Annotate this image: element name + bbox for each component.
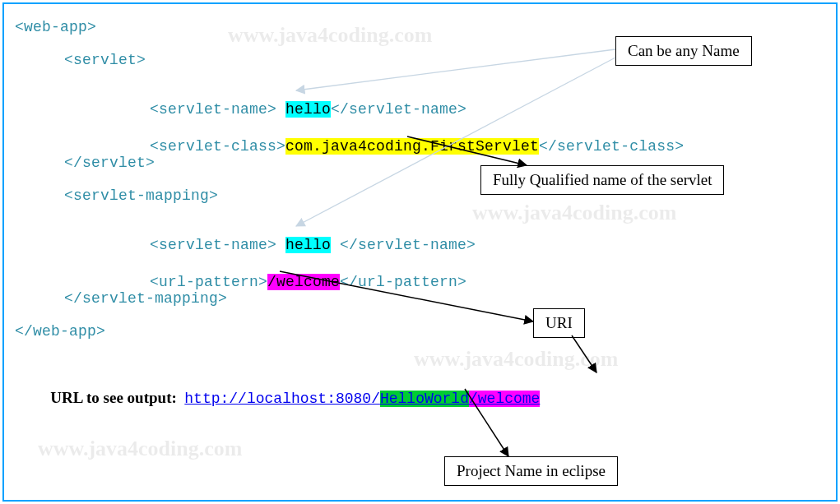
tag-open: <servlet-name> <box>150 237 285 253</box>
code-line: <servlet-mapping> <box>64 187 218 204</box>
tag-close: </url-pattern> <box>340 274 466 290</box>
highlight-servlet-name-1: hello <box>285 101 331 118</box>
tag-close: </servlet-name> <box>331 101 466 118</box>
highlight-servlet-name-2: hello <box>285 237 331 253</box>
url-line: URL to see output: http://localhost:8080… <box>15 372 540 423</box>
tag-close: </servlet-class> <box>539 138 684 155</box>
callout-project-name: Project Name in eclipse <box>444 456 618 486</box>
code-line: <servlet> <box>64 52 146 68</box>
code-line: <servlet-class>com.java4coding.FirstServ… <box>114 122 684 171</box>
tag-close: </servlet-name> <box>331 237 476 253</box>
highlight-project-name: HelloWorld <box>380 391 469 407</box>
callout-uri: URI <box>533 308 585 338</box>
callout-any-name: Can be any Name <box>615 36 752 66</box>
watermark: www.java4coding.com <box>472 201 676 225</box>
code-line: </servlet> <box>64 155 155 171</box>
highlight-url-pattern: /welcome <box>267 274 340 290</box>
tag-open: <url-pattern> <box>150 274 267 290</box>
watermark: www.java4coding.com <box>38 437 242 461</box>
tag-open: <servlet-class> <box>150 138 285 155</box>
watermark: www.java4coding.com <box>228 23 432 48</box>
tag-open: <servlet-name> <box>150 101 285 118</box>
code-line: <web-app> <box>15 19 96 35</box>
url-label: URL to see output: <box>50 389 184 406</box>
highlight-servlet-class: com.java4coding.FirstServlet <box>285 138 539 155</box>
diagram-canvas: www.java4coding.com www.java4coding.com … <box>0 0 840 504</box>
code-line: </servlet-mapping> <box>64 290 227 307</box>
callout-fqn: Fully Qualified name of the servlet <box>480 165 724 195</box>
watermark: www.java4coding.com <box>414 347 618 372</box>
highlight-url-pattern-in-url: /welcome <box>469 391 540 407</box>
url-base: http://localhost:8080/ <box>184 391 380 407</box>
code-line: </web-app> <box>15 323 105 340</box>
